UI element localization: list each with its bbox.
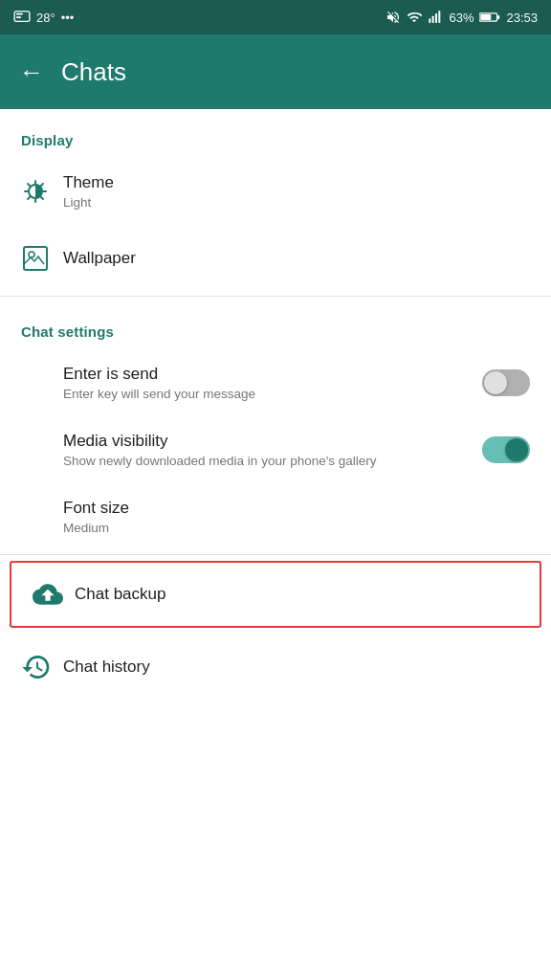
media-visibility-toggle[interactable]	[482, 436, 530, 463]
chat-history-title: Chat history	[63, 657, 530, 677]
wallpaper-icon-wrapper	[21, 244, 63, 273]
enter-is-send-item[interactable]: Enter is send Enter key will send your m…	[0, 349, 551, 416]
svg-rect-1	[16, 13, 23, 15]
signal-icon	[428, 10, 443, 25]
enter-is-send-toggle[interactable]	[482, 369, 530, 396]
back-button[interactable]: ←	[19, 57, 44, 87]
svg-rect-0	[14, 11, 30, 22]
wallpaper-item[interactable]: Wallpaper	[0, 225, 551, 292]
wallpaper-text: Wallpaper	[63, 249, 530, 268]
chat-backup-icon-wrapper	[33, 579, 75, 610]
enter-is-send-title: Enter is send	[63, 365, 482, 384]
battery-percent: 63%	[449, 11, 474, 25]
theme-text: Theme Light	[63, 173, 530, 210]
chat-history-icon-wrapper	[21, 652, 63, 682]
settings-content: Display Theme Light Wallp	[0, 109, 551, 701]
font-size-text: Font size Medium	[63, 499, 530, 535]
enter-is-send-subtitle: Enter key will send your message	[63, 387, 482, 401]
page-title: Chats	[61, 57, 126, 87]
media-visibility-title: Media visibility	[63, 432, 482, 451]
chat-backup-item[interactable]: Chat backup	[10, 561, 541, 628]
toggle-thumb	[484, 371, 507, 394]
theme-icon	[21, 177, 50, 206]
temperature: 28°	[36, 11, 55, 25]
status-bar-left: 28° •••	[13, 11, 74, 25]
history-icon	[21, 652, 52, 682]
svg-point-12	[29, 252, 34, 257]
cloud-upload-icon	[33, 579, 63, 610]
chat-history-item[interactable]: Chat history	[0, 634, 551, 701]
theme-item[interactable]: Theme Light	[0, 158, 551, 225]
battery-icon	[479, 11, 500, 23]
wallpaper-title: Wallpaper	[63, 249, 530, 268]
time: 23:53	[506, 11, 538, 25]
wallpaper-icon	[21, 244, 50, 273]
wifi-icon	[407, 10, 422, 25]
divider-2	[0, 554, 551, 555]
notification-icon	[13, 11, 31, 24]
svg-rect-3	[430, 18, 431, 23]
divider-1	[0, 296, 551, 297]
svg-rect-6	[439, 11, 441, 23]
app-bar: ← Chats	[0, 34, 551, 109]
theme-title: Theme	[63, 173, 530, 192]
svg-rect-5	[435, 13, 437, 23]
font-size-title: Font size	[63, 499, 530, 518]
mute-icon	[386, 10, 401, 25]
status-bar-right: 63% 23:53	[386, 10, 538, 25]
svg-rect-11	[24, 247, 47, 270]
svg-rect-9	[481, 14, 492, 20]
media-visibility-item[interactable]: Media visibility Show newly downloaded m…	[0, 416, 551, 483]
theme-icon-wrapper	[21, 177, 63, 206]
chat-backup-text: Chat backup	[75, 585, 518, 604]
more-dots: •••	[61, 11, 75, 25]
display-section-header: Display	[0, 109, 551, 158]
theme-subtitle: Light	[63, 195, 530, 210]
font-size-item[interactable]: Font size Medium	[0, 483, 551, 550]
media-visibility-subtitle: Show newly downloaded media in your phon…	[63, 454, 482, 468]
chat-backup-title: Chat backup	[75, 585, 518, 604]
status-bar: 28° ••• 63% 23:53	[0, 0, 551, 34]
font-size-subtitle: Medium	[63, 521, 530, 535]
media-visibility-text: Media visibility Show newly downloaded m…	[63, 432, 482, 468]
svg-rect-4	[432, 16, 434, 23]
enter-is-send-text: Enter is send Enter key will send your m…	[63, 365, 482, 401]
chat-history-text: Chat history	[63, 657, 530, 677]
svg-rect-8	[497, 15, 499, 19]
toggle-thumb-on	[505, 438, 528, 461]
chat-settings-header: Chat settings	[0, 301, 551, 349]
svg-rect-2	[16, 16, 21, 18]
